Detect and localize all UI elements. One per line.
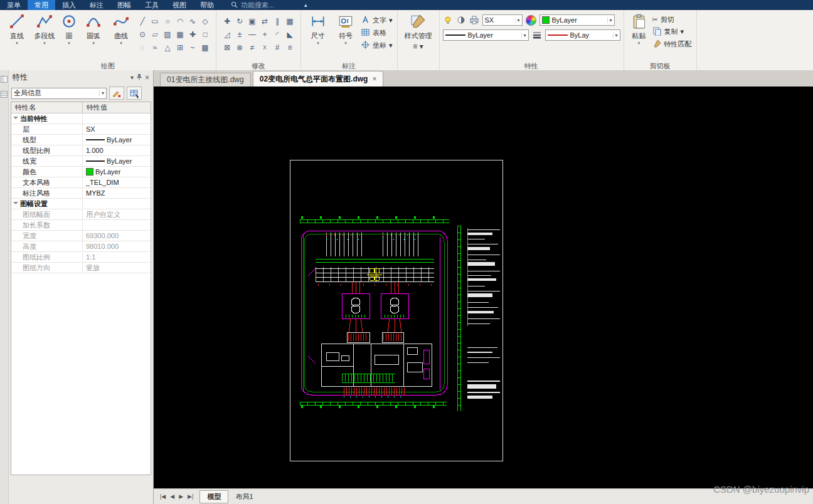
layer-freeze-icon[interactable]: [456, 15, 466, 25]
drawing-canvas[interactable]: [154, 87, 813, 488]
fillet-icon[interactable]: ◜: [276, 30, 279, 39]
paste-button[interactable]: 粘贴 ▾: [627, 11, 651, 45]
property-group-row[interactable]: 当前特性: [11, 113, 151, 124]
property-row[interactable]: 图纸方向竖放: [11, 263, 151, 273]
style-manager-button[interactable]: 样式管理: [401, 11, 436, 41]
multiline-icon[interactable]: ≈: [153, 43, 157, 52]
palette-tab-icon[interactable]: [1, 89, 8, 100]
symbol-button[interactable]: 符号 ▾: [332, 11, 359, 45]
linetype-select[interactable]: ByLayer ▾: [443, 29, 529, 41]
ellipse-icon[interactable]: ◌: [140, 43, 144, 52]
clear-override-button[interactable]: [109, 87, 124, 100]
extend-icon[interactable]: +: [262, 30, 267, 39]
stretch-icon[interactable]: ≠: [250, 43, 255, 52]
property-row[interactable]: 线宽ByLayer: [11, 156, 151, 167]
ribbon-tab-tools[interactable]: 工具: [138, 0, 166, 10]
hatch-icon[interactable]: ▨: [164, 30, 171, 39]
circle-button[interactable]: 圆 ▾: [58, 11, 80, 45]
copy-icon[interactable]: ▣: [248, 17, 255, 26]
close-icon[interactable]: ×: [145, 73, 149, 82]
chevron-down-icon[interactable]: ▾: [130, 74, 134, 81]
nav-last-icon[interactable]: ▶|: [188, 493, 193, 500]
line-button[interactable]: 直线 ▾: [3, 11, 31, 45]
property-row[interactable]: 图纸幅面用户自定义: [11, 209, 151, 220]
donut-icon[interactable]: ○: [165, 17, 169, 26]
style-list-button[interactable]: ≡ ▾: [413, 42, 423, 51]
chamfer-icon[interactable]: ◿: [224, 30, 230, 39]
point-icon[interactable]: ⊙: [139, 30, 146, 39]
ribbon-tab-view[interactable]: 视图: [166, 0, 193, 10]
ribbon-tab-sheet[interactable]: 图幅: [110, 0, 138, 10]
coordinate-button[interactable]: 坐标 ▾: [361, 40, 393, 51]
cut-button[interactable]: ✂ 剪切: [652, 15, 692, 24]
ribbon-tab-home[interactable]: 常用: [28, 0, 55, 10]
nav-first-icon[interactable]: |◀: [160, 493, 166, 500]
nav-prev-icon[interactable]: ◀: [170, 493, 174, 500]
doc-tab-1[interactable]: 01变电所主接线图.dwg: [160, 73, 251, 87]
ribbon-tab-dimension[interactable]: 标注: [83, 0, 110, 10]
dimension-button[interactable]: 尺寸 ▾: [304, 11, 332, 45]
color-wheel-icon[interactable]: [526, 15, 536, 26]
match-properties-button[interactable]: 特性匹配: [652, 39, 692, 50]
region-icon[interactable]: ⊞: [177, 43, 183, 52]
rotate-icon[interactable]: ↻: [236, 17, 243, 26]
cross-mark-icon[interactable]: ✚: [189, 30, 196, 39]
join-icon[interactable]: ≡: [287, 43, 292, 52]
explode-icon[interactable]: ☓: [263, 43, 267, 52]
property-row[interactable]: 宽度69300.000: [11, 231, 151, 241]
polygon-icon[interactable]: ◇: [202, 17, 208, 26]
arc-button[interactable]: 圆弧 ▾: [80, 11, 107, 45]
lineweight-select[interactable]: ByLay ▾: [545, 29, 620, 41]
polyline-button[interactable]: 多段线 ▾: [31, 11, 58, 45]
property-group-row[interactable]: 图幅设置: [11, 199, 151, 209]
model-tab[interactable]: 模型: [199, 490, 228, 503]
layout1-tab[interactable]: 布局1: [228, 491, 260, 503]
layer-select[interactable]: SX ▾: [482, 14, 523, 26]
layer-plot-icon[interactable]: [469, 15, 479, 25]
property-row[interactable]: 文本风格_TEL_DIM: [11, 177, 151, 188]
nav-next-icon[interactable]: ▶: [179, 493, 183, 500]
array-icon[interactable]: ▦: [286, 17, 293, 26]
copy-button[interactable]: 复制 ▾: [652, 26, 692, 37]
erase-icon[interactable]: ⊠: [224, 43, 230, 52]
gradient-icon[interactable]: ▩: [201, 43, 208, 52]
property-row[interactable]: 颜色ByLayer: [11, 167, 151, 177]
construction-line-icon[interactable]: ╱: [140, 17, 144, 26]
mirror-icon[interactable]: ⇄: [262, 17, 268, 26]
palette-tab-icon[interactable]: [1, 74, 8, 85]
function-search[interactable]: 功能搜索...: [231, 1, 274, 10]
revision-cloud-icon[interactable]: ◠: [177, 17, 183, 26]
block-icon[interactable]: □: [203, 30, 207, 39]
collapse-ribbon-icon[interactable]: ▲: [303, 3, 308, 8]
property-row[interactable]: 标注风格MYBZ: [11, 188, 151, 199]
move-icon[interactable]: ✚: [224, 17, 230, 26]
layer-on-icon[interactable]: [443, 15, 453, 25]
property-row[interactable]: 加长系数: [11, 220, 151, 231]
trim-icon[interactable]: —: [248, 30, 256, 39]
solid-icon[interactable]: ▱: [152, 30, 157, 39]
table-draw-icon[interactable]: ▦: [176, 30, 183, 39]
pin-icon[interactable]: [136, 73, 142, 81]
close-tab-icon[interactable]: ×: [372, 75, 376, 83]
property-row[interactable]: 高度98010.000: [11, 241, 151, 252]
table-button[interactable]: 表格: [361, 28, 393, 38]
offset-icon[interactable]: ∥: [275, 17, 279, 26]
property-row[interactable]: 线型比例1.000: [11, 145, 151, 156]
rectangle-icon[interactable]: ▭: [151, 17, 158, 26]
property-row[interactable]: 层SX: [11, 124, 151, 135]
divide-icon[interactable]: #: [275, 43, 280, 52]
property-row[interactable]: 线型ByLayer: [11, 135, 151, 145]
spline-icon[interactable]: ∿: [189, 17, 196, 26]
scale-icon[interactable]: ◣: [287, 30, 292, 39]
scope-select[interactable]: 全局信息 ▾: [11, 88, 107, 99]
text-button[interactable]: 文字 ▾: [361, 15, 393, 26]
doc-tab-2[interactable]: 02变电所电气总平面布置图.dwg ×: [253, 71, 384, 87]
color-select[interactable]: ByLayer ▾: [539, 14, 615, 26]
curve-button[interactable]: 曲线 ▾: [107, 11, 135, 45]
ribbon-tab-insert[interactable]: 插入: [55, 0, 83, 10]
break-icon[interactable]: ⊗: [236, 43, 243, 52]
wipeout-icon[interactable]: △: [164, 43, 170, 52]
quick-select-button[interactable]: [127, 87, 142, 100]
menu-button[interactable]: 菜单: [0, 0, 28, 10]
freehand-icon[interactable]: ~: [190, 43, 194, 52]
